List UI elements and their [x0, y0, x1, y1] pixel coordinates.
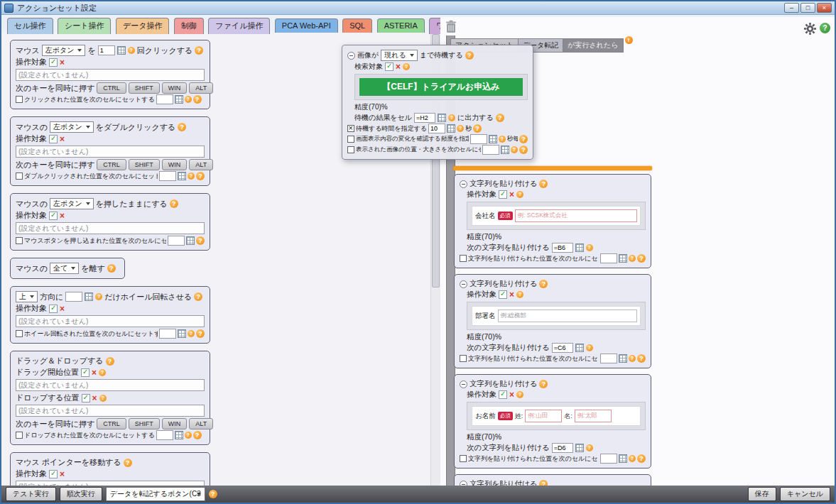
edit-icon[interactable]: [49, 470, 58, 478]
collapse-icon[interactable]: [460, 481, 467, 486]
target-input[interactable]: [16, 481, 205, 486]
formula-icon[interactable]: [629, 455, 636, 462]
close-button[interactable]: ×: [817, 3, 832, 13]
drag-start-input[interactable]: [16, 379, 205, 391]
cancel-button[interactable]: キャンセル: [780, 487, 830, 501]
help-icon[interactable]: [209, 490, 217, 498]
edit-icon[interactable]: [49, 135, 58, 143]
cell-picker-icon[interactable]: [575, 243, 584, 252]
drop-pos-input[interactable]: [16, 405, 205, 417]
tab-asteria[interactable]: ASTERIA: [377, 18, 425, 33]
formula-icon[interactable]: [629, 255, 636, 262]
tab-data-ops[interactable]: データ操作: [116, 18, 170, 34]
tab-cell-ops[interactable]: セル操作: [7, 18, 53, 34]
tab-file-ops[interactable]: ファイル操作: [208, 18, 270, 34]
help-icon[interactable]: [637, 354, 646, 363]
checkbox[interactable]: [460, 455, 467, 462]
help-icon[interactable]: [637, 254, 646, 263]
cell-input[interactable]: [159, 171, 176, 181]
action-mouse-doubleclick[interactable]: マウスの 左ボタン をダブルクリックする 操作対象 次のキーを同時に押す CTR…: [10, 116, 210, 186]
cell-picker-icon[interactable]: [501, 146, 509, 154]
breadcrumb-when-executed[interactable]: が実行されたら: [563, 38, 623, 53]
cell-input[interactable]: [168, 236, 185, 246]
checkbox[interactable]: [16, 172, 23, 180]
cell-picker-icon[interactable]: [447, 124, 455, 133]
wheel-amount-input[interactable]: [65, 292, 82, 302]
clear-icon[interactable]: [60, 59, 65, 66]
target-input[interactable]: [16, 146, 205, 158]
cell-input[interactable]: [159, 329, 176, 339]
edit-icon[interactable]: [49, 305, 58, 313]
cell-picker-icon[interactable]: [619, 354, 627, 363]
cell-input[interactable]: [600, 354, 617, 363]
cell-input[interactable]: [482, 145, 499, 155]
action-wait-for-image[interactable]: 画像が 現れる まで待機する 検索対象 【CELF】トライアルお申込み 精度(7…: [342, 45, 533, 160]
help-icon[interactable]: [465, 51, 474, 60]
win-key-button[interactable]: WIN: [162, 82, 188, 94]
formula-icon[interactable]: [128, 47, 135, 54]
formula-icon[interactable]: [629, 355, 636, 362]
help-icon[interactable]: [106, 357, 114, 366]
shift-key-button[interactable]: SHIFT: [129, 159, 160, 170]
formula-icon[interactable]: [586, 344, 593, 351]
formula-icon[interactable]: [516, 291, 523, 298]
clear-icon[interactable]: [60, 305, 65, 312]
tab-sql[interactable]: SQL: [342, 18, 372, 33]
action-mouse-click[interactable]: マウス 左ボタン を 回クリックする 操作対象 次のキーを同時に押す: [10, 40, 210, 109]
edit-icon[interactable]: [499, 290, 507, 299]
help-icon[interactable]: [196, 236, 205, 245]
edit-icon[interactable]: [385, 62, 393, 71]
save-button[interactable]: 保存: [748, 487, 776, 501]
mouse-button-select[interactable]: 全て: [50, 263, 79, 274]
alt-key-button[interactable]: ALT: [189, 159, 213, 170]
cell-input[interactable]: [600, 253, 617, 263]
cell-input[interactable]: [600, 454, 617, 464]
edit-icon[interactable]: [49, 212, 58, 220]
formula-icon[interactable]: [95, 293, 102, 300]
formula-icon[interactable]: [403, 63, 410, 70]
target-input[interactable]: [16, 69, 205, 81]
refresh-freq-checkbox[interactable]: [347, 136, 354, 143]
cell-picker-icon[interactable]: [619, 454, 627, 463]
checkbox[interactable]: [16, 96, 23, 103]
clear-icon[interactable]: [92, 395, 97, 402]
help-icon[interactable]: [193, 431, 202, 439]
mouse-button-select[interactable]: 左ボタン: [50, 121, 94, 133]
formula-icon[interactable]: [99, 395, 107, 402]
edit-icon[interactable]: [82, 394, 90, 402]
cell-picker-icon[interactable]: [186, 236, 195, 245]
help-icon[interactable]: [195, 46, 203, 55]
help-icon[interactable]: [194, 292, 202, 301]
formula-icon[interactable]: [188, 172, 195, 180]
edit-icon[interactable]: [499, 390, 507, 399]
click-count-input[interactable]: [98, 45, 115, 55]
clear-icon[interactable]: [60, 212, 65, 219]
target-input[interactable]: [16, 222, 205, 234]
help-icon[interactable]: [539, 380, 548, 388]
freq-input[interactable]: [470, 134, 487, 144]
help-icon[interactable]: [196, 172, 205, 180]
source-cell-input[interactable]: [552, 243, 573, 253]
clear-icon[interactable]: [92, 369, 97, 376]
shift-key-button[interactable]: SHIFT: [129, 418, 160, 429]
checkbox[interactable]: [16, 237, 23, 244]
help-icon[interactable]: [124, 459, 132, 467]
formula-icon[interactable]: [457, 125, 464, 132]
formula-icon[interactable]: [586, 244, 593, 251]
cell-picker-icon[interactable]: [575, 444, 584, 452]
set-cell-checkbox[interactable]: [347, 146, 354, 153]
collapse-icon[interactable]: [460, 180, 467, 188]
cell-picker-icon[interactable]: [175, 431, 183, 439]
mouse-button-select[interactable]: 左ボタン: [42, 45, 86, 56]
formula-icon[interactable]: [185, 432, 192, 439]
help-icon[interactable]: [539, 480, 548, 486]
wheel-direction-select[interactable]: 上: [16, 291, 38, 302]
action-mouse-press-hold[interactable]: マウスの 左ボタン を押したままにする 操作対象 マウスボタンを押し込まれた位置…: [10, 193, 210, 251]
clear-icon[interactable]: [60, 471, 65, 478]
clear-icon[interactable]: [509, 291, 514, 298]
help-icon-global[interactable]: [820, 23, 830, 33]
edit-icon[interactable]: [499, 190, 507, 199]
collapse-icon[interactable]: [460, 380, 467, 388]
formula-icon[interactable]: [586, 444, 593, 451]
cell-picker-icon[interactable]: [85, 292, 93, 301]
